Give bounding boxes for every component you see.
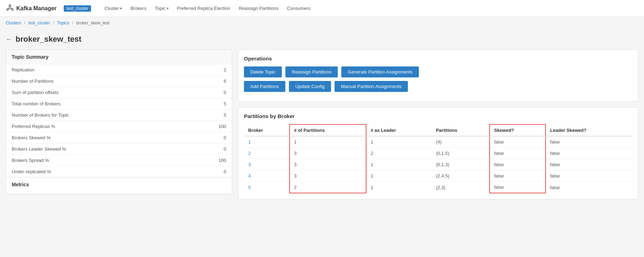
num-partitions: 3 — [290, 170, 366, 182]
summary-value: 0 — [183, 166, 232, 177]
summary-row: Under-replicated %0 — [6, 166, 232, 177]
num-partitions: 2 — [290, 182, 366, 193]
nav-preferred-replica[interactable]: Preferred Replica Election — [173, 4, 234, 12]
breadcrumb-current: broker_skew_test — [76, 21, 109, 25]
as-leader: 1 — [366, 170, 432, 182]
nav-consumers[interactable]: Consumers — [284, 4, 314, 12]
nav-topic[interactable]: Topic▾ — [151, 4, 172, 12]
table-row: 2 3 2 (0,1,5) false false — [244, 148, 632, 159]
nav-reassign-partitions[interactable]: Reassign Partitions — [235, 4, 282, 12]
left-panel: Topic Summary Replication2Number of Part… — [6, 49, 232, 194]
summary-label: Preferred Replicas % — [6, 121, 183, 132]
leader-skewed: false — [546, 182, 632, 193]
breadcrumb-clusters[interactable]: Clusters — [6, 21, 21, 25]
summary-label: Total number of Brokers — [6, 98, 183, 110]
reassign-partitions-button[interactable]: Reassign Partitions — [285, 66, 338, 77]
kafka-icon — [6, 4, 14, 13]
ops-row1: Delete Topic Reassign Partitions Generat… — [244, 66, 632, 77]
broker-id: 2 — [244, 148, 290, 159]
num-partitions: 3 — [290, 148, 366, 159]
navbar: Kafka Manager test_cluster Cluster▾ Brok… — [0, 0, 644, 17]
summary-row: Brokers Skewed %0 — [6, 132, 232, 144]
col-num-partitions-header: # of Partitions — [290, 124, 366, 136]
summary-row: Brokers Leader Skewed %0 — [6, 144, 232, 155]
partitions-list: (0,1,3) — [432, 159, 489, 170]
skewed: false — [490, 159, 546, 170]
summary-value: 5 — [183, 110, 232, 121]
right-panel: Operations Delete Topic Reassign Partiti… — [238, 49, 638, 199]
summary-value: 100 — [183, 155, 232, 166]
table-row: 3 3 1 (0,1,3) false false — [244, 159, 632, 170]
nav-cluster[interactable]: Cluster▾ — [101, 4, 125, 12]
table-row: 4 3 1 (2,4,5) false false — [244, 170, 632, 182]
partitions-list: (0,1,5) — [432, 148, 489, 159]
generate-partition-assignments-button[interactable]: Generate Partition Assignments — [341, 66, 419, 77]
summary-label: Brokers Spread % — [6, 155, 183, 166]
breadcrumb-topics[interactable]: Topics — [57, 21, 69, 25]
summary-label: Under-replicated % — [6, 166, 183, 177]
partitions-title: Partitions by Broker — [244, 113, 632, 119]
operations-panel: Operations Delete Topic Reassign Partiti… — [238, 49, 638, 101]
page-title-container: ← broker_skew_test — [6, 35, 638, 44]
summary-label: Replication — [6, 64, 183, 76]
add-partitions-button[interactable]: Add Partitions — [244, 81, 285, 92]
svg-line-4 — [10, 6, 12, 9]
cluster-badge[interactable]: test_cluster — [64, 5, 91, 12]
main-layout: Topic Summary Replication2Number of Part… — [6, 49, 638, 199]
summary-row: Brokers Spread %100 — [6, 155, 232, 166]
summary-label: Brokers Leader Skewed % — [6, 144, 183, 155]
summary-row: Sum of partition offsets0 — [6, 87, 232, 98]
brand-name: Kafka Manager — [16, 5, 57, 12]
svg-point-0 — [9, 4, 11, 6]
summary-label: Number of Brokers for Topic — [6, 110, 183, 121]
back-arrow[interactable]: ← — [6, 36, 12, 43]
skewed: false — [490, 170, 546, 182]
brand-logo[interactable]: Kafka Manager — [6, 4, 57, 13]
num-partitions: 1 — [290, 136, 366, 148]
metrics-title: Metrics — [12, 182, 226, 187]
summary-table: Replication2Number of Partitions6Sum of … — [6, 64, 232, 177]
summary-value: 0 — [183, 87, 232, 98]
table-row: 1 1 1 (4) false false — [244, 136, 632, 148]
summary-label: Number of Partitions — [6, 76, 183, 87]
nav-brokers[interactable]: Brokers — [127, 4, 150, 12]
col-broker-header: Broker — [244, 124, 290, 136]
col-skewed-header: Skewed? — [490, 124, 546, 136]
summary-value: 5 — [183, 98, 232, 110]
update-config-button[interactable]: Update Config — [289, 81, 331, 92]
broker-id: 1 — [244, 136, 290, 148]
manual-partition-assignments-button[interactable]: Manual Partition Assignments — [335, 81, 408, 92]
nav-links: Cluster▾ Brokers Topic▾ Preferred Replic… — [101, 4, 314, 12]
page-content: ← broker_skew_test Topic Summary Replica… — [0, 29, 644, 205]
topic-summary-title: Topic Summary — [6, 50, 232, 64]
partitions-table: Broker # of Partitions # as Leader Parti… — [244, 124, 632, 193]
summary-value: 0 — [183, 144, 232, 155]
broker-link[interactable]: 2 — [248, 151, 251, 156]
skewed: false — [490, 182, 546, 193]
broker-link[interactable]: 1 — [248, 139, 251, 145]
summary-row: Replication2 — [6, 64, 232, 76]
as-leader: 1 — [366, 159, 432, 170]
ops-row2: Add Partitions Update Config Manual Part… — [244, 81, 632, 92]
leader-skewed: false — [546, 170, 632, 182]
partitions-list: (2,4,5) — [432, 170, 489, 182]
summary-value: 2 — [183, 64, 232, 76]
broker-id: 3 — [244, 159, 290, 170]
breadcrumb-cluster[interactable]: test_cluster — [28, 21, 50, 25]
breadcrumb: Clusters / test_cluster / Topics / broke… — [0, 17, 644, 29]
partitions-list: (4) — [432, 136, 489, 148]
as-leader: 1 — [366, 136, 432, 148]
leader-skewed: false — [546, 136, 632, 148]
broker-link[interactable]: 4 — [248, 173, 251, 179]
broker-link[interactable]: 3 — [248, 162, 251, 167]
delete-topic-button[interactable]: Delete Topic — [244, 66, 282, 77]
num-partitions: 3 — [290, 159, 366, 170]
broker-link[interactable]: 5 — [248, 185, 251, 190]
summary-value: 0 — [183, 132, 232, 144]
metrics-section: Metrics — [6, 177, 232, 194]
summary-label: Brokers Skewed % — [6, 132, 183, 144]
summary-label: Sum of partition offsets — [6, 87, 183, 98]
summary-row: Total number of Brokers5 — [6, 98, 232, 110]
as-leader: 1 — [366, 182, 432, 193]
broker-id: 5 — [244, 182, 290, 193]
